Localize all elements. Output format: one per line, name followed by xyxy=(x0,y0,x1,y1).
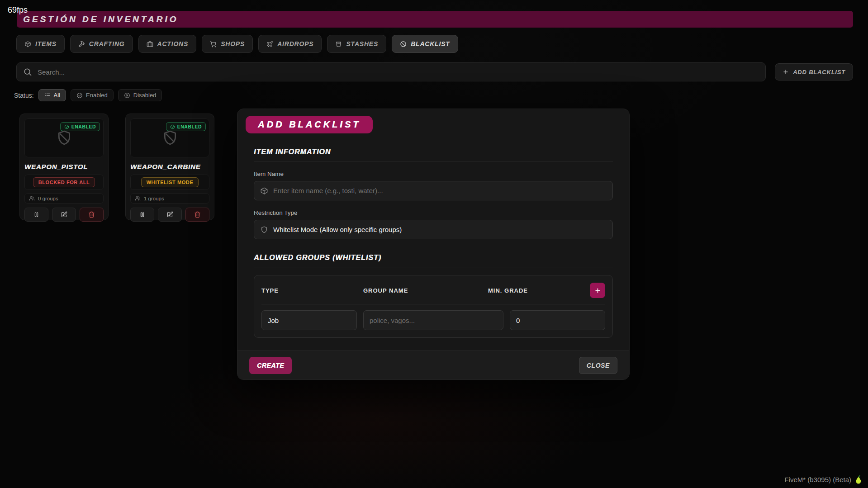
card-actions xyxy=(130,208,209,222)
blacklist-card-weapon-carbine: ENABLED WEAPON_CARBINE WHITELIST MODE 1 … xyxy=(125,114,214,220)
plane-icon xyxy=(266,41,273,47)
tab-crafting[interactable]: CRAFTING xyxy=(70,35,133,53)
hammer-icon xyxy=(78,41,85,47)
status-filter-label: Status: xyxy=(14,92,34,99)
toolbar: ADD BLACKLIST xyxy=(16,62,853,81)
edit-icon xyxy=(166,211,173,218)
add-blacklist-button[interactable]: ADD BLACKLIST xyxy=(775,63,853,81)
tab-shops[interactable]: SHOPS xyxy=(202,35,253,53)
modal-footer: CREATE CLOSE xyxy=(237,351,629,379)
fivem-brand: FiveM* (b3095) (Beta) xyxy=(784,475,862,484)
restriction-type-select[interactable]: Whitelist Mode (Allow only specific grou… xyxy=(254,220,613,239)
tab-label: AIRDROPS xyxy=(277,40,313,47)
tab-items[interactable]: ITEMS xyxy=(16,35,65,53)
edit-button[interactable] xyxy=(52,208,76,222)
ban-icon xyxy=(400,41,407,47)
shield-icon xyxy=(260,226,268,234)
section-divider xyxy=(254,161,613,161)
tab-blacklist[interactable]: BLACKLIST xyxy=(392,35,458,53)
check-circle-icon xyxy=(64,124,69,129)
mode-box: WHITELIST MODE xyxy=(130,175,209,190)
group-type-select[interactable]: Job xyxy=(261,310,357,330)
status-filter-disabled[interactable]: Disabled xyxy=(118,89,162,101)
status-filter: Status: All Enabled Disabled xyxy=(14,89,162,101)
app-header: GESTIÓN DE INVENTARIO xyxy=(17,11,853,28)
page-title: GESTIÓN DE INVENTARIO xyxy=(23,14,178,24)
mode-box: BLOCKED FOR ALL xyxy=(24,175,104,190)
restriction-type-label: Restriction Type xyxy=(254,209,613,216)
edit-button[interactable] xyxy=(158,208,182,222)
add-group-row-button[interactable] xyxy=(590,283,605,298)
tab-bar: ITEMS CRAFTING ACTIONS SHOPS AIRDROPS ST… xyxy=(16,35,458,53)
x-circle-icon xyxy=(124,92,130,99)
item-name-label: Item Name xyxy=(254,171,613,177)
package-icon xyxy=(24,41,31,47)
briefcase-icon xyxy=(147,41,153,47)
groups-count-box: 1 groups xyxy=(130,193,209,204)
status-filter-enabled[interactable]: Enabled xyxy=(71,89,114,101)
search-icon xyxy=(23,67,32,76)
check-circle-icon xyxy=(76,92,83,99)
delete-button[interactable] xyxy=(80,208,104,222)
users-icon xyxy=(29,195,35,201)
item-information-heading: ITEM INFORMATION xyxy=(254,148,613,156)
allowed-groups-card: TYPE GROUP NAME MIN. GRADE Job xyxy=(254,275,613,338)
item-name-input[interactable] xyxy=(273,187,607,194)
plus-icon xyxy=(594,287,601,294)
restriction-type-value: Whitelist Mode (Allow only specific grou… xyxy=(273,226,402,233)
item-name: WEAPON_PISTOL xyxy=(24,163,104,171)
mode-badge: WHITELIST MODE xyxy=(141,177,199,187)
column-header-type: TYPE xyxy=(261,287,357,294)
status-badge-label: ENABLED xyxy=(71,124,96,129)
pear-icon xyxy=(854,475,862,484)
group-type-value: Job xyxy=(268,317,351,324)
tab-actions[interactable]: ACTIONS xyxy=(138,35,197,53)
item-name: WEAPON_CARBINE xyxy=(130,163,209,171)
status-badge: ENABLED xyxy=(166,122,206,131)
blacklist-card-grid: ENABLED WEAPON_PISTOL BLOCKED FOR ALL 0 … xyxy=(19,114,214,220)
package-icon xyxy=(260,187,268,195)
min-grade-field[interactable] xyxy=(510,310,605,330)
tab-airdrops[interactable]: AIRDROPS xyxy=(258,35,322,53)
modal-title: ADD BLACKLIST xyxy=(258,119,360,130)
item-image-placeholder: ENABLED xyxy=(24,118,104,157)
column-header-min-grade: MIN. GRADE xyxy=(488,287,583,294)
card-actions xyxy=(24,208,104,222)
item-name-field[interactable] xyxy=(254,181,613,200)
search-input[interactable] xyxy=(38,68,759,76)
create-button[interactable]: CREATE xyxy=(249,357,292,374)
min-grade-input[interactable] xyxy=(516,317,599,324)
group-name-input[interactable] xyxy=(370,317,497,324)
groups-count-box: 0 groups xyxy=(24,193,104,204)
tab-label: SHOPS xyxy=(221,40,245,47)
add-blacklist-modal: ADD BLACKLIST ITEM INFORMATION Item Name… xyxy=(237,109,630,380)
tab-label: BLACKLIST xyxy=(411,40,450,47)
fps-counter: 69fps xyxy=(8,5,28,15)
pause-button[interactable] xyxy=(130,208,154,222)
delete-button[interactable] xyxy=(185,208,209,222)
status-option-label: All xyxy=(54,92,60,99)
search-bar[interactable] xyxy=(16,62,766,81)
pause-icon xyxy=(33,211,40,218)
status-option-label: Enabled xyxy=(86,92,108,99)
allowed-groups-heading: ALLOWED GROUPS (WHITELIST) xyxy=(254,254,613,262)
tab-label: ITEMS xyxy=(35,40,57,47)
status-filter-all[interactable]: All xyxy=(38,89,66,101)
cart-icon xyxy=(210,41,217,47)
stash-icon xyxy=(335,41,342,47)
trash-icon xyxy=(194,211,201,218)
tab-stashes[interactable]: STASHES xyxy=(327,35,386,53)
close-button[interactable]: CLOSE xyxy=(579,357,617,374)
groups-table-divider xyxy=(261,304,605,304)
check-circle-icon xyxy=(170,124,175,129)
list-icon xyxy=(44,92,51,99)
group-name-field[interactable] xyxy=(363,310,503,330)
modal-title-pill: ADD BLACKLIST xyxy=(246,116,373,133)
shield-slash-icon xyxy=(161,129,179,147)
groups-count-label: 1 groups xyxy=(144,196,164,201)
status-option-label: Disabled xyxy=(133,92,157,99)
mode-badge: BLOCKED FOR ALL xyxy=(33,177,95,187)
pause-button[interactable] xyxy=(24,208,48,222)
group-row: Job xyxy=(261,310,605,330)
section-divider xyxy=(254,267,613,267)
